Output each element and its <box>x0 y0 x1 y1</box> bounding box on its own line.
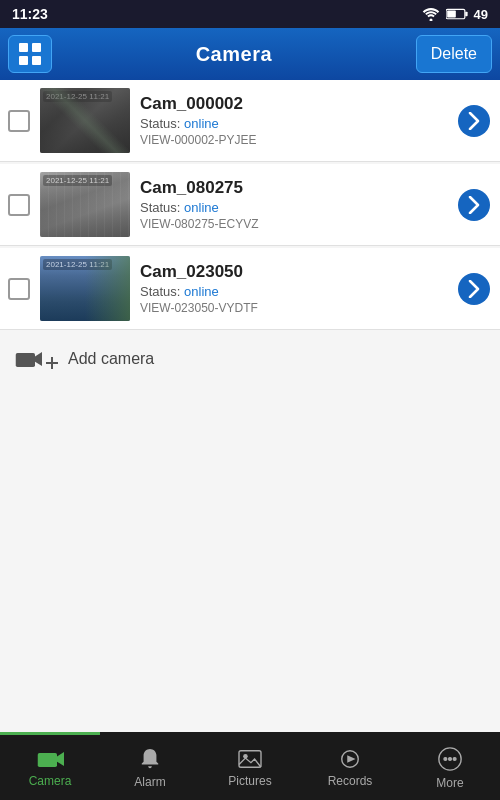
nav-tab-pictures[interactable]: Pictures <box>200 732 300 800</box>
camera-timestamp-3: 2021-12-25 11:21 <box>43 259 112 270</box>
status-bar: 11:23 49 <box>0 0 500 28</box>
camera-thumbnail-2: 2021-12-25 11:21 <box>40 172 130 237</box>
camera-item-2: 2021-12-25 11:21 Cam_080275 Status: onli… <box>0 164 500 246</box>
nav-label-camera: Camera <box>29 774 72 788</box>
grid-icon <box>17 41 43 67</box>
svg-rect-7 <box>32 56 41 65</box>
delete-button[interactable]: Delete <box>416 35 492 73</box>
camera-checkbox-3[interactable] <box>8 278 30 300</box>
camera-detail-button-2[interactable] <box>458 189 490 221</box>
nav-tab-records[interactable]: Records <box>300 732 400 800</box>
status-right: 49 <box>422 7 488 22</box>
camera-detail-button-1[interactable] <box>458 105 490 137</box>
pictures-nav-icon <box>238 748 262 770</box>
chevron-right-icon-3 <box>468 280 480 298</box>
status-time: 11:23 <box>12 6 48 22</box>
chevron-right-icon-1 <box>468 112 480 130</box>
camera-info-3: Cam_023050 Status: online VIEW-023050-VY… <box>140 262 448 315</box>
camera-checkbox-2[interactable] <box>8 194 30 216</box>
camera-viewcode-3: VIEW-023050-VYDTF <box>140 301 448 315</box>
app-header: Camera Delete <box>0 28 500 80</box>
camera-item-1: 2021-12-25 11:21 Cam_000002 Status: onli… <box>0 80 500 162</box>
svg-marker-9 <box>35 352 42 366</box>
camera-nav-icon <box>36 748 64 770</box>
nav-label-pictures: Pictures <box>228 774 271 788</box>
wifi-icon <box>422 7 440 21</box>
nav-tab-more[interactable]: More <box>400 732 500 800</box>
camera-viewcode-2: VIEW-080275-ECYVZ <box>140 217 448 231</box>
battery-level: 49 <box>474 7 488 22</box>
plus-icon <box>46 357 58 369</box>
camera-timestamp-2: 2021-12-25 11:21 <box>43 175 112 186</box>
camera-list-container: 2021-12-25 11:21 Cam_000002 Status: onli… <box>0 80 500 800</box>
chevron-right-icon-2 <box>468 196 480 214</box>
camera-checkbox-1[interactable] <box>8 110 30 132</box>
camera-detail-button-3[interactable] <box>458 273 490 305</box>
nav-label-alarm: Alarm <box>134 775 165 789</box>
camera-thumbnail-3: 2021-12-25 11:21 <box>40 256 130 321</box>
svg-point-0 <box>429 19 432 22</box>
camera-info-2: Cam_080275 Status: online VIEW-080275-EC… <box>140 178 448 231</box>
svg-point-19 <box>444 757 447 760</box>
grid-view-button[interactable] <box>8 35 52 73</box>
camera-status-2: Status: online <box>140 200 448 215</box>
camera-name-2: Cam_080275 <box>140 178 448 198</box>
camera-info-1: Cam_000002 Status: online VIEW-000002-PY… <box>140 94 448 147</box>
add-camera-icon-container <box>14 348 58 370</box>
camera-viewcode-1: VIEW-000002-PYJEE <box>140 133 448 147</box>
camera-item-3: 2021-12-25 11:21 Cam_023050 Status: onli… <box>0 248 500 330</box>
svg-marker-13 <box>57 752 64 766</box>
more-nav-icon <box>437 746 463 772</box>
battery-icon <box>446 8 468 20</box>
svg-rect-4 <box>19 43 28 52</box>
camera-status-3: Status: online <box>140 284 448 299</box>
svg-rect-14 <box>239 750 261 767</box>
svg-marker-17 <box>347 755 355 762</box>
svg-rect-12 <box>38 752 57 766</box>
camera-thumbnail-1: 2021-12-25 11:21 <box>40 88 130 153</box>
svg-rect-3 <box>447 10 456 17</box>
nav-label-more: More <box>436 776 463 790</box>
bottom-navigation: Camera Alarm Pictures Records <box>0 732 500 800</box>
add-camera-button[interactable]: Add camera <box>0 332 500 386</box>
add-camera-label: Add camera <box>68 350 154 368</box>
page-title: Camera <box>196 43 272 66</box>
camera-name-1: Cam_000002 <box>140 94 448 114</box>
nav-label-records: Records <box>328 774 373 788</box>
records-nav-icon <box>337 748 363 770</box>
camera-name-3: Cam_023050 <box>140 262 448 282</box>
nav-tab-camera[interactable]: Camera <box>0 732 100 800</box>
svg-point-20 <box>449 757 452 760</box>
svg-rect-5 <box>32 43 41 52</box>
camera-icon <box>14 348 42 370</box>
svg-rect-6 <box>19 56 28 65</box>
svg-rect-2 <box>465 12 467 17</box>
camera-status-1: Status: online <box>140 116 448 131</box>
alarm-nav-icon <box>139 747 161 771</box>
svg-point-21 <box>453 757 456 760</box>
camera-timestamp-1: 2021-12-25 11:21 <box>43 91 112 102</box>
svg-rect-8 <box>16 353 35 367</box>
nav-tab-alarm[interactable]: Alarm <box>100 732 200 800</box>
